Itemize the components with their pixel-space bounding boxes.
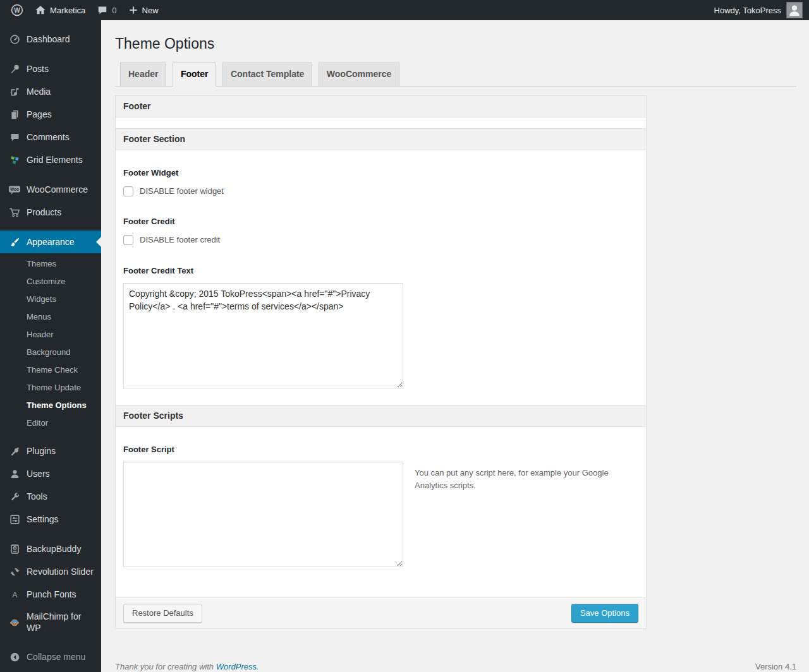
comments-admin-bar[interactable]: 0 — [91, 0, 122, 20]
sidebar-item-backupbuddy[interactable]: BackupBuddy — [0, 537, 101, 560]
page-title: Theme Options — [115, 20, 796, 59]
footer-scripts-header: Footer Scripts — [116, 405, 646, 427]
sidebar-item-plugins[interactable]: Plugins — [0, 440, 101, 462]
disable-footer-credit-checkbox[interactable] — [123, 235, 133, 245]
footer-credit-text-label: Footer Credit Text — [123, 266, 638, 275]
sidebar-item-label: Media — [27, 86, 51, 97]
appearance-brush-icon — [8, 236, 21, 248]
home-icon — [35, 4, 46, 16]
sidebar-item-label: Appearance — [27, 236, 75, 248]
howdy-label: Howdy, TokoPress — [714, 6, 781, 15]
footer-credit-text-textarea[interactable]: Copyright &copy; 2015 TokoPress<span><a … — [123, 283, 403, 388]
footer-widget-checkbox-row[interactable]: DISABLE footer widget — [123, 186, 638, 196]
footer-script-textarea[interactable] — [123, 462, 403, 567]
tab-contact-template[interactable]: Contact Template — [222, 63, 312, 86]
submenu-editor[interactable]: Editor — [0, 414, 101, 432]
footer-thanks: Thank you for creating with WordPress. — [115, 662, 259, 671]
footer-credit-checkbox-row[interactable]: DISABLE footer credit — [123, 235, 638, 245]
sidebar-item-label: Revolution Slider — [27, 566, 94, 577]
wordpress-link[interactable]: WordPress — [216, 662, 257, 671]
site-name-link[interactable]: Marketica — [29, 0, 91, 20]
plus-icon — [128, 5, 138, 15]
new-label: New — [142, 6, 159, 15]
submenu-menus[interactable]: Menus — [0, 308, 101, 326]
avatar — [786, 2, 803, 18]
sidebar-item-label: Punch Fonts — [27, 589, 76, 600]
sidebar-item-products[interactable]: Products — [0, 201, 101, 224]
sidebar-item-grid-elements[interactable]: Grid Elements — [0, 148, 101, 171]
footer-thanks-text: Thank you for creating with — [115, 662, 214, 671]
pushpin-icon — [8, 63, 21, 75]
account-menu[interactable]: Howdy, TokoPress — [714, 2, 809, 18]
collapse-arrow-icon — [8, 651, 21, 663]
sidebar-item-revolution-slider[interactable]: Revolution Slider — [0, 560, 101, 583]
sidebar-item-appearance[interactable]: Appearance — [0, 231, 101, 253]
footer-thanks-period: . — [257, 662, 259, 671]
comment-count: 0 — [112, 6, 116, 15]
sidebar-item-mailchimp[interactable]: MailChimp for WP — [0, 606, 101, 639]
dashboard-icon — [8, 33, 21, 45]
sidebar-item-posts[interactable]: Posts — [0, 57, 101, 80]
panel-gap — [116, 117, 646, 128]
settings-sliders-icon — [8, 513, 21, 525]
submenu-theme-update[interactable]: Theme Update — [0, 379, 101, 397]
sidebar-item-label: MailChimp for WP — [27, 611, 97, 633]
pages-icon — [8, 108, 21, 121]
woocommerce-icon: Woo — [8, 183, 21, 196]
tab-bar: Header Footer Contact Template WooCommer… — [115, 63, 796, 87]
sidebar-item-punch-fonts[interactable]: A Punch Fonts — [0, 583, 101, 606]
grid-elements-icon — [8, 153, 21, 166]
theme-options-panel: Footer Footer Section Footer Widget DISA… — [115, 95, 647, 630]
sidebar-item-pages[interactable]: Pages — [0, 103, 101, 126]
sidebar-item-label: Comments — [27, 131, 70, 143]
svg-text:A: A — [12, 590, 17, 599]
admin-footer: Thank you for creating with WordPress. V… — [115, 662, 796, 672]
wrench-icon — [8, 490, 21, 503]
submenu-customize[interactable]: Customize — [0, 273, 101, 291]
disable-footer-credit-label: DISABLE footer credit — [140, 235, 220, 244]
sidebar-item-woocommerce[interactable]: Woo WooCommerce — [0, 178, 101, 201]
letter-a-icon: A — [8, 588, 21, 601]
collapse-menu-button[interactable]: Collapse menu — [0, 645, 101, 668]
svg-text:Woo: Woo — [10, 187, 19, 191]
sidebar-item-label: Posts — [27, 63, 49, 75]
footer-section-body: Footer Widget DISABLE footer widget Foot… — [116, 150, 646, 405]
wordpress-logo-icon: W — [11, 4, 23, 16]
tab-header[interactable]: Header — [120, 63, 166, 86]
submenu-themes[interactable]: Themes — [0, 255, 101, 273]
main-content: Theme Options Header Footer Contact Temp… — [101, 20, 809, 672]
footer-script-label: Footer Script — [123, 445, 638, 454]
submenu-theme-options[interactable]: Theme Options — [0, 397, 101, 414]
tab-footer[interactable]: Footer — [173, 63, 217, 87]
sidebar-item-comments[interactable]: Comments — [0, 126, 101, 148]
sidebar-item-settings[interactable]: Settings — [0, 508, 101, 531]
user-icon — [8, 467, 21, 480]
refresh-arrows-icon — [8, 565, 21, 578]
comment-bubble-icon — [97, 4, 108, 16]
sidebar-item-label: Products — [27, 207, 61, 218]
new-content-menu[interactable]: New — [123, 0, 164, 20]
submenu-background[interactable]: Background — [0, 344, 101, 361]
version-label: Version 4.1 — [755, 662, 796, 671]
sidebar-item-label: Users — [27, 468, 50, 479]
sidebar-item-media[interactable]: Media — [0, 80, 101, 103]
svg-text:W: W — [14, 7, 20, 14]
sidebar-item-dashboard[interactable]: Dashboard — [0, 28, 101, 51]
wordpress-logo-menu[interactable]: W — [5, 0, 29, 20]
disable-footer-widget-checkbox[interactable] — [123, 186, 133, 196]
footer-widget-label: Footer Widget — [123, 168, 638, 177]
submenu-header[interactable]: Header — [0, 326, 101, 344]
restore-defaults-button[interactable]: Restore Defaults — [123, 604, 202, 623]
sidebar-item-users[interactable]: Users — [0, 462, 101, 485]
sidebar-item-tools[interactable]: Tools — [0, 485, 101, 508]
panel-title: Footer — [116, 96, 646, 117]
footer-section-header: Footer Section — [116, 128, 646, 150]
collapse-menu-label: Collapse menu — [27, 651, 85, 663]
submenu-theme-check[interactable]: Theme Check — [0, 361, 101, 379]
submenu-widgets[interactable]: Widgets — [0, 291, 101, 308]
footer-credit-label: Footer Credit — [123, 217, 638, 226]
sidebar-item-label: Settings — [27, 513, 59, 525]
tab-woocommerce[interactable]: WooCommerce — [319, 63, 399, 86]
save-options-button[interactable]: Save Options — [571, 604, 638, 623]
backupbuddy-icon — [8, 543, 21, 555]
